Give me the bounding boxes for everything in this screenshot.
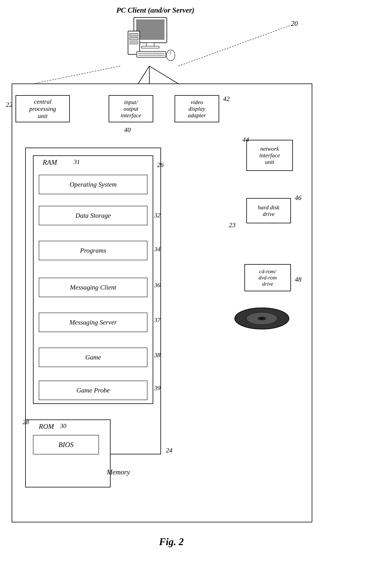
gp-label: Game Probe [77,387,110,394]
svg-rect-36 [137,51,166,57]
game-box: Game [39,348,147,367]
ref-26: 26 [157,161,164,169]
pc-illustration [120,15,179,66]
ref-42: 42 [223,95,230,103]
cdrom-label: cd-rom/ dvd-rom drive [258,268,277,287]
ref-32: 32 [154,212,160,219]
fig-label: Fig. 2 [159,536,184,547]
gp-box: Game Probe [39,381,147,400]
diagram-container: PC Client (and/or Server) 20 central pro… [0,0,392,562]
ref-38: 38 [154,351,160,359]
os-box: Operating System [39,175,147,194]
svg-point-44 [261,318,263,319]
niu-label: network interface unit [259,145,280,165]
ds-label: Data Storage [76,212,111,219]
svg-rect-30 [142,46,159,48]
rom-label: ROM [39,422,54,431]
hdd-box: hard disk drive [246,198,291,223]
ref-39: 39 [154,385,160,392]
mc-label: Messaging Client [70,284,116,291]
ram-label: RAM [43,158,57,166]
ref-36: 36 [154,281,160,289]
ref-46: 46 [295,194,302,202]
mc-box: Messaging Client [39,278,147,297]
svg-rect-38 [138,55,165,56]
io-label: input/ output interface [121,99,141,119]
vda-box: video display adapter [175,95,219,122]
disc-illustration [233,307,291,330]
ref-24: 24 [166,447,172,454]
ref-22: 22 [6,101,12,108]
svg-rect-34 [130,41,138,42]
ms-box: Messaging Server [39,313,147,332]
cpu-label: central processing unit [29,98,56,120]
ref-28: 28 [23,419,29,426]
svg-rect-35 [130,43,138,44]
hdd-label: hard disk drive [258,204,279,217]
svg-rect-33 [130,37,138,40]
svg-line-1 [25,66,120,85]
cdrom-box: cd-rom/ dvd-rom drive [244,264,291,291]
ref-20: 20 [291,19,298,28]
svg-rect-37 [138,53,165,54]
ref-44: 44 [242,136,249,143]
ref-37: 37 [154,316,160,324]
ms-label: Messaging Server [69,319,117,326]
game-label: Game [85,354,101,361]
ds-box: Data Storage [39,206,147,225]
cpu-box: central processing unit [15,95,70,122]
svg-rect-28 [136,19,165,40]
ref-40: 40 [124,126,131,134]
vda-label: video display adapter [188,99,206,119]
svg-rect-32 [130,33,138,36]
bios-label: BIOS [58,441,74,449]
memory-label: Memory [107,468,130,476]
ref-48: 48 [295,276,302,283]
svg-line-0 [179,25,291,66]
niu-box: network interface unit [246,140,293,171]
ref-31: 31 [74,158,80,165]
ref-34: 34 [154,246,160,253]
pc-client-label: PC Client (and/or Server) [116,6,194,14]
programs-label: Programs [80,247,106,254]
io-box: input/ output interface [109,95,153,122]
bios-box: BIOS [33,435,99,454]
programs-box: Programs [39,241,147,260]
ref-30: 30 [60,422,66,430]
os-label: Operating System [70,181,117,188]
ref-23: 23 [229,221,235,229]
